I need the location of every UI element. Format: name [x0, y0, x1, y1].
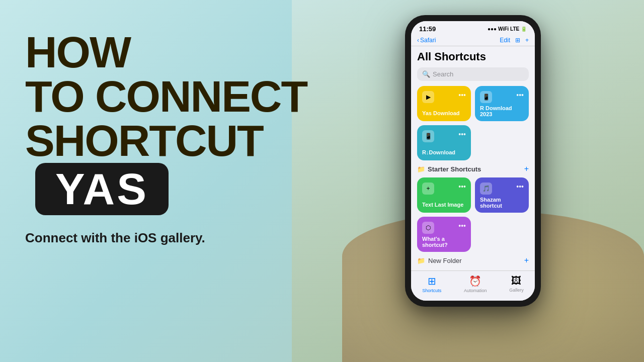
shortcut-text-last-image[interactable]: + ••• Text Last Image [417, 177, 471, 213]
new-folder-left: 📁 New Folder [417, 257, 461, 264]
status-bar: 11:59 ●●● WiFi LTE 🔋 [411, 21, 535, 35]
tab-gallery[interactable]: 🖼 Gallery [509, 275, 524, 293]
shortcut-whats-a-shortcut[interactable]: ⬡ ••• What's a shortcut? [417, 217, 471, 252]
card-name: R Download 2023 [480, 105, 524, 117]
card-menu-icon[interactable]: ••• [458, 130, 466, 138]
chevron-left-icon: ‹ [417, 37, 419, 44]
automation-tab-label: Automation [464, 288, 487, 293]
yas-text: YAS [55, 164, 148, 214]
folder-icon: 📁 [417, 165, 425, 173]
scene: HOW TO CONNECT SHORTCUT YAS Connect with… [0, 0, 644, 362]
title-line-3: SHORTCUT YAS [25, 119, 317, 215]
subtitle: Connect with the iOS gallery. [25, 230, 317, 246]
shortcut-shazam[interactable]: 🎵 ••• Shazam shortcut [475, 177, 529, 213]
yas-badge: YAS [35, 163, 169, 215]
page-title: All Shortcuts [417, 50, 529, 63]
card-icon: 📱 [422, 130, 434, 142]
tab-shortcuts[interactable]: ⊞ Shortcuts [422, 275, 441, 293]
nav-actions: Edit ⊞ + [500, 37, 529, 44]
card-name: Shazam shortcut [480, 197, 524, 209]
left-panel: HOW TO CONNECT SHORTCUT YAS Connect with… [25, 30, 317, 246]
search-placeholder: Search [433, 70, 453, 78]
new-folder-add-icon[interactable]: + [524, 256, 529, 265]
search-icon: 🔍 [422, 70, 430, 78]
phone-screen: 11:59 ●●● WiFi LTE 🔋 ‹ Safari Edit [411, 21, 535, 301]
title-line-1: HOW [25, 30, 317, 74]
phone-container: 11:59 ●●● WiFi LTE 🔋 ‹ Safari Edit [392, 15, 553, 347]
shortcut-yas-download[interactable]: ▶ ••• Yas Download [417, 86, 471, 121]
card-menu-icon[interactable]: ••• [458, 222, 466, 230]
shortcuts-tab-icon: ⊞ [428, 275, 436, 287]
search-bar[interactable]: 🔍 Search [417, 67, 529, 81]
starter-shortcuts-header: 📁 Starter Shortcuts + [417, 164, 529, 173]
nav-grid-button[interactable]: ⊞ [515, 37, 520, 44]
card-top: ▶ ••• [422, 91, 466, 103]
status-icons: ●●● WiFi LTE 🔋 [488, 26, 527, 32]
card-name: What's a shortcut? [422, 236, 466, 248]
card-top: 🎵 ••• [480, 183, 524, 195]
starter-shortcuts-grid: + ••• Text Last Image 🎵 ••• Shazam shor [417, 177, 529, 252]
card-top: ⬡ ••• [422, 222, 466, 234]
shortcuts-content: All Shortcuts 🔍 Search ▶ ••• [411, 46, 535, 276]
nav-edit-button[interactable]: Edit [500, 37, 510, 44]
battery-icon: LTE 🔋 [510, 26, 527, 32]
section-add-button[interactable]: + [524, 164, 529, 173]
shortcuts-grid: ▶ ••• Yas Download 📱 ••• R Download 202 [417, 86, 529, 160]
card-top: 📱 ••• [422, 130, 466, 142]
nav-bar: ‹ Safari Edit ⊞ + [411, 35, 535, 46]
card-menu-icon[interactable]: ••• [516, 91, 524, 99]
card-menu-icon[interactable]: ••• [458, 183, 466, 191]
card-icon: 🎵 [480, 183, 492, 195]
card-icon: ⬡ [422, 222, 434, 234]
card-icon: ▶ [422, 91, 434, 103]
tab-bar: ⊞ Shortcuts ⏰ Automation 🖼 Gallery [411, 270, 535, 301]
section-title: 📁 Starter Shortcuts [417, 165, 481, 173]
nav-back-button[interactable]: ‹ Safari [417, 37, 436, 44]
new-folder[interactable]: 📁 New Folder + [417, 256, 529, 265]
card-name: Yas Download [422, 110, 466, 116]
new-folder-label: New Folder [428, 257, 461, 264]
phone-frame: 11:59 ●●● WiFi LTE 🔋 ‹ Safari Edit [405, 15, 541, 307]
card-icon: + [422, 183, 434, 195]
new-folder-icon: 📁 [417, 257, 425, 264]
shortcut-r-download-2023[interactable]: 📱 ••• R Download 2023 [475, 86, 529, 121]
shortcuts-tab-label: Shortcuts [422, 288, 441, 293]
status-time: 11:59 [419, 25, 436, 33]
card-name: Text Last Image [422, 202, 466, 208]
main-title: HOW TO CONNECT SHORTCUT YAS [25, 30, 317, 215]
card-name: R↓Download [422, 149, 466, 155]
card-icon: 📱 [480, 91, 492, 103]
card-menu-icon[interactable]: ••• [458, 91, 466, 99]
nav-back-label: Safari [420, 37, 436, 44]
gallery-tab-icon: 🖼 [511, 275, 521, 287]
card-menu-icon[interactable]: ••• [516, 183, 524, 191]
tab-automation[interactable]: ⏰ Automation [464, 275, 487, 293]
shortcut-r-download[interactable]: 📱 ••• R↓Download [417, 125, 471, 160]
title-line-2: TO CONNECT [25, 74, 317, 119]
nav-add-button[interactable]: + [525, 37, 529, 44]
signal-icon: ●●● [488, 26, 497, 32]
automation-tab-icon: ⏰ [469, 275, 481, 287]
section-title-label: Starter Shortcuts [428, 165, 481, 173]
gallery-tab-label: Gallery [509, 288, 524, 293]
card-top: + ••• [422, 183, 466, 195]
card-top: 📱 ••• [480, 91, 524, 103]
wifi-icon: WiFi [498, 26, 509, 32]
